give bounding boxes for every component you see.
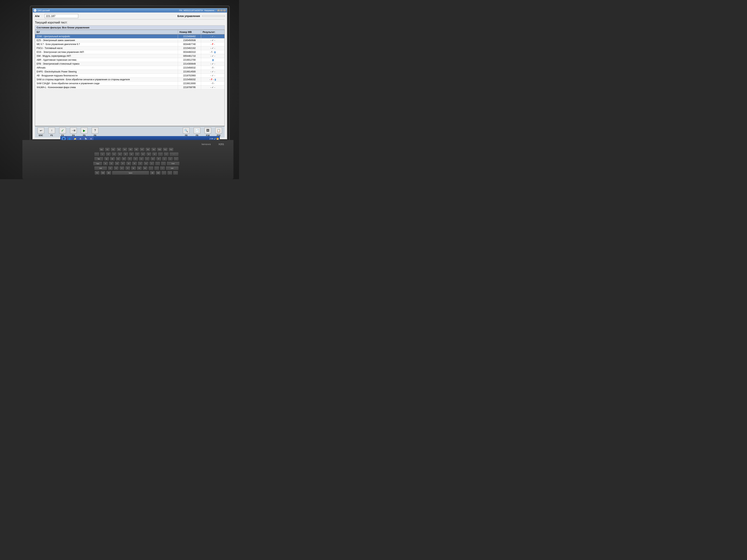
key-caps[interactable]: Caps bbox=[93, 161, 102, 166]
key-b[interactable]: B bbox=[131, 166, 136, 170]
table-row[interactable]: EFB - Электрический стояночный тормоз221… bbox=[35, 62, 225, 66]
start-button[interactable]: ⊞ bbox=[61, 137, 66, 139]
key-lctrl[interactable]: Ctrl bbox=[100, 171, 105, 175]
key-left[interactable]: ← bbox=[161, 171, 166, 175]
key-m[interactable]: M bbox=[143, 166, 148, 170]
key-rctrl[interactable]: Ctrl bbox=[156, 171, 161, 175]
key-tab[interactable]: Tab bbox=[94, 157, 103, 161]
table-row[interactable]: SAM со стороны водителя - Блок обработки… bbox=[35, 78, 225, 82]
key-5[interactable]: 5 bbox=[123, 152, 128, 156]
key-rbracket[interactable]: ] bbox=[168, 157, 173, 161]
key-p[interactable]: P bbox=[156, 157, 161, 161]
key-a[interactable]: A bbox=[103, 161, 108, 166]
key-h[interactable]: H bbox=[132, 161, 137, 166]
key-backspace[interactable]: ← bbox=[170, 152, 179, 156]
key-d[interactable]: D bbox=[114, 161, 120, 166]
key-y[interactable]: Y bbox=[133, 157, 138, 161]
key-backslash[interactable]: \ bbox=[174, 157, 179, 161]
key-k[interactable]: K bbox=[144, 161, 149, 166]
taskbar-ie[interactable]: 🌐 bbox=[67, 137, 72, 139]
key-f4[interactable]: F4 bbox=[122, 148, 127, 152]
key-equal[interactable]: = bbox=[163, 152, 169, 156]
key-t[interactable]: T bbox=[127, 157, 132, 161]
key-f3[interactable]: F3 bbox=[117, 148, 122, 152]
key-lbracket[interactable]: [ bbox=[162, 157, 167, 161]
info-badge[interactable]: i bbox=[215, 79, 216, 81]
f11-button[interactable]: 📋 F11 bbox=[215, 128, 223, 136]
f1-button[interactable]: ↑ F1 bbox=[48, 128, 55, 136]
taskbar-folder[interactable]: 📁 bbox=[73, 137, 77, 139]
key-f7[interactable]: F7 bbox=[139, 148, 145, 152]
key-8[interactable]: 8 bbox=[140, 152, 146, 156]
key-f10[interactable]: F10 bbox=[157, 148, 162, 152]
key-1[interactable]: 1 bbox=[100, 152, 105, 156]
key-4[interactable]: 4 bbox=[117, 152, 123, 156]
minimize-button[interactable]: _ bbox=[217, 9, 220, 11]
esc-button[interactable]: ↩ ESC bbox=[37, 128, 45, 136]
table-row[interactable]: SAM СЗАДИ - Блок обработки сигналов и уп… bbox=[35, 82, 225, 85]
key-enter[interactable]: Enter bbox=[166, 161, 180, 166]
key-right[interactable]: → bbox=[173, 171, 178, 175]
key-u[interactable]: U bbox=[139, 157, 144, 161]
key-f1[interactable]: F1 bbox=[105, 148, 110, 152]
f4-button[interactable]: →⊞ F4 bbox=[70, 128, 77, 136]
key-w[interactable]: W bbox=[110, 157, 115, 161]
key-minus[interactable]: - bbox=[158, 152, 163, 156]
table-row[interactable]: ABR - Адаптивная тормозная система221901… bbox=[35, 58, 225, 62]
key-r[interactable]: R bbox=[121, 157, 127, 161]
taskbar-settings[interactable]: ⚙ bbox=[78, 137, 82, 139]
f8-button[interactable]: 🔍 F8 bbox=[182, 128, 190, 136]
key-semicolon[interactable]: ; bbox=[155, 161, 160, 166]
key-comma[interactable]: , bbox=[148, 166, 154, 170]
key-f6[interactable]: F6 bbox=[134, 148, 139, 152]
table-row[interactable]: ME 9.7 - Блок управления двигателем 9.70… bbox=[35, 43, 225, 46]
key-x[interactable]: X bbox=[113, 166, 119, 170]
key-3[interactable]: 3 bbox=[111, 152, 117, 156]
key-space[interactable]: Space bbox=[112, 171, 149, 175]
taskbar-network[interactable]: 📡 bbox=[83, 137, 88, 139]
am-value[interactable]: 221.187 bbox=[45, 14, 78, 18]
key-7[interactable]: 7 bbox=[135, 152, 140, 156]
key-lshift[interactable]: Shift bbox=[94, 166, 107, 170]
table-row[interactable]: EGS - Электронная система управления АКП… bbox=[35, 50, 225, 54]
key-6[interactable]: 6 bbox=[129, 152, 134, 156]
f10-button[interactable]: 🖼 F10 bbox=[204, 128, 212, 136]
key-ralt[interactable]: Alt bbox=[150, 171, 155, 175]
taskbar-misc[interactable]: ⚙ bbox=[89, 137, 93, 139]
key-rshift[interactable]: Shift bbox=[166, 166, 179, 170]
key-f[interactable]: F bbox=[120, 161, 126, 166]
block-value[interactable] bbox=[202, 16, 225, 17]
key-f11[interactable]: F11 bbox=[163, 148, 168, 152]
table-row[interactable]: EZS - Электронный замок зажигания2165450… bbox=[35, 38, 225, 43]
key-o[interactable]: O bbox=[150, 157, 156, 161]
table-row[interactable]: XALWA-L - Ксенононовая фара слева2218708… bbox=[35, 85, 225, 89]
close-button[interactable]: × bbox=[223, 9, 226, 11]
f6-button[interactable]: ? F6 bbox=[91, 128, 99, 136]
key-esc[interactable]: Esc bbox=[99, 148, 104, 152]
table-row[interactable]: AB - Воздушная подушка безопасности22187… bbox=[35, 74, 225, 78]
key-q[interactable]: Q bbox=[104, 157, 109, 161]
key-i[interactable]: I bbox=[145, 157, 150, 161]
key-f9[interactable]: F9 bbox=[151, 148, 156, 152]
table-row[interactable]: AIRmatic2215456532- f - bbox=[35, 66, 225, 70]
key-updown[interactable]: ↑↓ bbox=[167, 171, 172, 175]
key-slash[interactable]: / bbox=[160, 166, 165, 170]
key-f12[interactable]: F12 bbox=[169, 148, 174, 152]
key-9[interactable]: 9 bbox=[146, 152, 151, 156]
key-f2[interactable]: F2 bbox=[110, 148, 116, 152]
key-s[interactable]: S bbox=[109, 161, 114, 166]
table-row[interactable]: ISM - Модуль сервопривода АКП0054461710-… bbox=[35, 54, 225, 58]
key-0[interactable]: 0 bbox=[152, 152, 157, 156]
key-f8[interactable]: F8 bbox=[145, 148, 151, 152]
table-row[interactable]: ZGW - Центральный интерфейс2215408462- ✓… bbox=[35, 34, 225, 38]
table-row[interactable]: EHPS - Electrohydraulic Power Steering22… bbox=[35, 70, 225, 74]
key-lalt[interactable]: Alt bbox=[106, 171, 111, 175]
key-period[interactable]: . bbox=[154, 166, 159, 170]
key-z[interactable]: Z bbox=[108, 166, 113, 170]
key-c[interactable]: C bbox=[119, 166, 125, 170]
key-f5[interactable]: F5 bbox=[128, 148, 133, 152]
key-g[interactable]: G bbox=[126, 161, 131, 166]
key-v[interactable]: V bbox=[125, 166, 130, 170]
info-badge[interactable]: i bbox=[214, 51, 216, 53]
key-n[interactable]: N bbox=[137, 166, 142, 170]
